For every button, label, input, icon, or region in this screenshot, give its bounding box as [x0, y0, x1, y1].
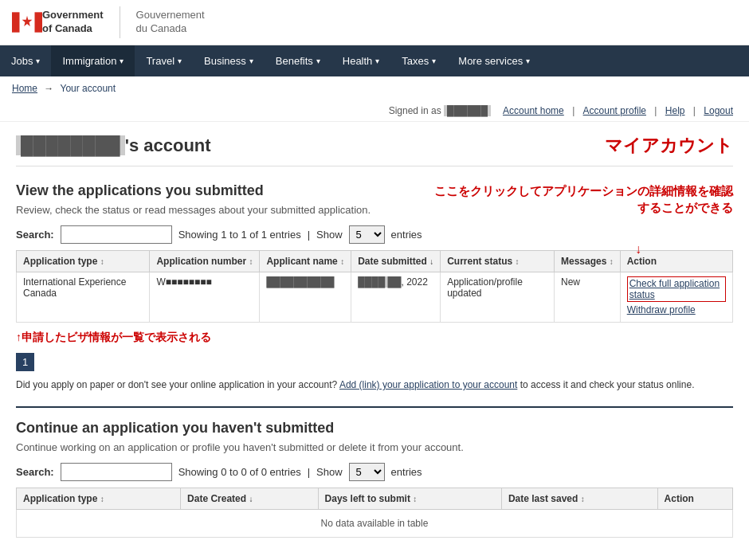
submitted-section: View the applications you submitted Revi… — [16, 182, 733, 390]
nav-item-business[interactable]: Business ▾ — [193, 45, 265, 76]
user-bar-links: Account home | Account profile | Help | … — [499, 105, 737, 116]
annotation-text: ここをクリックしてアプリケーションの詳細情報を確認することができる — [430, 182, 733, 216]
col-date-last-saved: Date last saved ↕ — [501, 488, 657, 510]
submitted-showing-text: Showing 1 to 1 of 1 entries — [178, 229, 301, 241]
cell-date-submitted: ████ ██, 2022 — [351, 272, 441, 323]
main-nav: Jobs ▾ Immigration ▾ Travel ▾ Business ▾… — [0, 45, 749, 76]
withdraw-profile-link[interactable]: Withdraw profile — [627, 304, 726, 315]
nav-item-health[interactable]: Health ▾ — [331, 45, 391, 76]
pagination: 1 — [16, 353, 733, 371]
unsubmitted-entries-label: entries — [391, 466, 422, 478]
cell-app-type: International Experience Canada — [17, 272, 150, 323]
main-content: ████████'s account マイアカウント View the appl… — [0, 122, 749, 558]
account-title-row: ████████'s account マイアカウント — [16, 134, 733, 166]
submitted-entries-label: entries — [391, 229, 422, 241]
submitted-section-title: View the applications you submitted — [16, 182, 414, 199]
col-app-type2: Application type ↕ — [17, 488, 181, 510]
govt-name-en: Government of Canada — [42, 9, 104, 36]
help-link[interactable]: Help — [665, 105, 685, 116]
account-title: ████████'s account — [16, 135, 211, 156]
user-bar: Signed in as ██████ Account home | Accou… — [0, 100, 749, 122]
unsubmitted-table: Application type ↕ Date Created ↓ Days l… — [16, 488, 733, 538]
show-label-text: Show — [316, 229, 343, 241]
action-arrow-icon: ↓ — [635, 242, 641, 257]
username-display: ██████ — [444, 105, 491, 116]
nav-item-taxes[interactable]: Taxes ▾ — [390, 45, 447, 76]
cell-messages: New — [555, 272, 621, 323]
nav-item-travel[interactable]: Travel ▾ — [135, 45, 193, 76]
cell-applicant-name: ██████████ — [260, 272, 351, 323]
col-app-type: Application type ↕ — [17, 251, 150, 272]
col-current-status: Current status ↕ — [441, 251, 555, 272]
col-messages: Messages ↕ — [555, 251, 621, 272]
nav-item-jobs[interactable]: Jobs ▾ — [0, 45, 51, 76]
site-header: Government of Canada Gouvernement du Can… — [0, 0, 749, 45]
unsubmitted-search-label: Search: — [16, 466, 54, 478]
col-applicant-name: Applicant name ↕ — [260, 251, 351, 272]
submitted-show-select[interactable]: 5 10 25 50 — [349, 225, 385, 244]
logout-link[interactable]: Logout — [704, 105, 733, 116]
submitted-table: Application type ↕ Application number ↕ … — [16, 250, 733, 323]
jp-annotation-visa: ↑申請したビザ情報が一覧で表示される — [16, 331, 733, 345]
account-home-link[interactable]: Account home — [503, 105, 564, 116]
japanese-account-title: マイアカウント — [605, 134, 733, 158]
govt-name-fr: Gouvernement du Canada — [136, 9, 205, 36]
no-data-cell: No data available in table — [17, 510, 733, 538]
add-application-link[interactable]: Add (link) your application to your acco… — [339, 379, 517, 390]
unsubmitted-section-title: Continue an application you haven't subm… — [16, 420, 733, 437]
show-label: | — [308, 229, 310, 241]
col-date-submitted: Date submitted ↓ — [351, 251, 441, 272]
col-app-number: Application number ↕ — [150, 251, 260, 272]
page-1-button[interactable]: 1 — [16, 353, 34, 371]
check-full-status-link[interactable]: Check full application status — [627, 276, 726, 302]
bottom-note: Did you apply on paper or don't see your… — [16, 379, 733, 390]
col-days-left: Days left to submit ↕ — [318, 488, 501, 510]
account-username: ████████ — [16, 135, 125, 155]
canada-flag-icon — [12, 7, 42, 37]
show-label-text2: Show — [316, 466, 343, 478]
unsubmitted-search-input[interactable] — [61, 463, 172, 481]
breadcrumb: Home → Your account — [0, 76, 749, 100]
no-data-row: No data available in table — [17, 510, 733, 538]
show-label-sep2: | — [308, 466, 310, 478]
col-action2: Action — [657, 488, 732, 510]
unsubmitted-search-bar: Search: Showing 0 to 0 of 0 entries | Sh… — [16, 463, 733, 481]
cell-action: Check full application status Withdraw p… — [620, 272, 732, 323]
unsubmitted-showing-text: Showing 0 to 0 of 0 entries — [178, 466, 301, 478]
cell-current-status: Application/profile updated — [441, 272, 555, 323]
table-row: International Experience Canada W■■■■■■■… — [17, 272, 733, 323]
breadcrumb-home[interactable]: Home — [12, 83, 37, 94]
submitted-search-input[interactable] — [61, 225, 172, 244]
nav-item-immigration[interactable]: Immigration ▾ — [51, 45, 135, 76]
account-profile-link[interactable]: Account profile — [583, 105, 646, 116]
submitted-section-desc: Review, check the status or read message… — [16, 204, 414, 216]
cell-app-number: W■■■■■■■■ — [150, 272, 260, 323]
submitted-search-bar: Search: Showing 1 to 1 of 1 entries | Sh… — [16, 225, 733, 244]
unsubmitted-section: Continue an application you haven't subm… — [16, 406, 733, 538]
submitted-search-label: Search: — [16, 229, 54, 241]
svg-rect-1 — [12, 12, 20, 32]
nav-item-more-services[interactable]: More services ▾ — [447, 45, 541, 76]
signed-in-label: Signed in as ██████ — [389, 105, 491, 116]
unsubmitted-show-select[interactable]: 5 10 25 50 — [349, 463, 385, 481]
unsubmitted-section-desc: Continue working on an application or pr… — [16, 441, 733, 453]
svg-rect-2 — [35, 12, 43, 32]
col-date-created: Date Created ↓ — [181, 488, 319, 510]
nav-item-benefits[interactable]: Benefits ▾ — [265, 45, 331, 76]
